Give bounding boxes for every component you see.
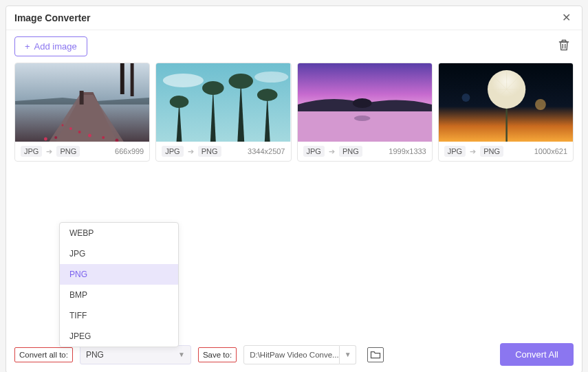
svg-point-25 <box>353 116 370 121</box>
svg-point-27 <box>535 99 546 110</box>
format-option-png[interactable]: PNG <box>60 264 178 285</box>
target-format[interactable]: PNG <box>339 146 362 157</box>
plus-icon: + <box>25 41 30 52</box>
svg-point-28 <box>461 94 470 102</box>
add-image-button[interactable]: + Add image <box>14 36 87 56</box>
format-dropdown-menu: WEBP JPG PNG BMP TIFF JPEG <box>59 222 179 347</box>
convert-all-to-label: Convert all to: <box>14 347 73 362</box>
titlebar: Image Converter ✕ <box>6 6 582 30</box>
svg-point-19 <box>202 81 224 95</box>
image-card[interactable]: JPG ➔ PNG 666x999 <box>14 63 150 162</box>
content-area: WEBP JPG PNG BMP TIFF JPEG <box>6 167 582 339</box>
svg-point-13 <box>44 138 47 141</box>
image-dimensions: 3344x2507 <box>248 147 285 155</box>
arrow-right-icon: ➔ <box>188 147 194 156</box>
image-dimensions: 1999x1333 <box>389 147 426 155</box>
add-image-label: Add image <box>34 41 77 52</box>
chevron-down-icon: ▼ <box>345 351 351 358</box>
svg-point-7 <box>62 124 64 127</box>
format-select-value: PNG <box>86 350 104 360</box>
arrow-right-icon: ➔ <box>329 147 335 156</box>
window-title: Image Converter <box>14 12 90 23</box>
format-option-jpg[interactable]: JPG <box>60 243 178 264</box>
image-card[interactable]: JPG ➔ PNG 1000x621 <box>438 63 574 162</box>
svg-point-17 <box>254 72 288 83</box>
svg-rect-4 <box>80 91 84 105</box>
svg-point-8 <box>69 127 72 130</box>
svg-point-20 <box>229 74 254 89</box>
format-option-bmp[interactable]: BMP <box>60 285 178 305</box>
svg-rect-6 <box>131 63 134 96</box>
save-path-dropdown[interactable]: ▼ <box>340 345 356 364</box>
svg-rect-5 <box>120 63 124 94</box>
image-meta: JPG ➔ PNG 666x999 <box>15 142 149 161</box>
source-format: JPG <box>303 146 325 157</box>
trash-icon[interactable] <box>554 36 574 57</box>
image-thumbnail <box>156 63 290 142</box>
svg-point-18 <box>170 96 189 108</box>
image-meta: JPG ➔ PNG 3344x2507 <box>156 142 290 161</box>
svg-point-10 <box>88 134 91 138</box>
image-card[interactable]: JPG ➔ PNG 1999x1333 <box>297 63 433 162</box>
save-path-value: D:\HitPaw Video Conve... <box>250 351 339 359</box>
svg-point-9 <box>78 131 81 133</box>
image-meta: JPG ➔ PNG 1999x1333 <box>298 142 432 161</box>
image-thumbnail <box>15 63 149 142</box>
target-format[interactable]: PNG <box>198 146 221 157</box>
chevron-down-icon: ▼ <box>178 351 185 358</box>
image-dimensions: 1000x621 <box>534 147 567 155</box>
image-converter-window: Image Converter ✕ + Add image <box>6 6 582 372</box>
svg-point-23 <box>352 98 371 108</box>
toolbar: + Add image <box>6 30 582 63</box>
format-option-jpeg[interactable]: JPEG <box>60 326 178 347</box>
format-option-tiff[interactable]: TIFF <box>60 305 178 326</box>
image-card[interactable]: JPG ➔ PNG 3344x2507 <box>155 63 291 162</box>
save-path-input[interactable]: D:\HitPaw Video Conve... <box>243 345 340 364</box>
image-dimensions: 666x999 <box>115 147 144 155</box>
svg-point-21 <box>257 89 278 101</box>
save-to-label: Save to: <box>198 347 237 362</box>
target-format[interactable]: PNG <box>56 146 80 157</box>
image-thumbnail <box>298 63 432 142</box>
format-option-webp[interactable]: WEBP <box>60 223 178 243</box>
svg-point-12 <box>102 136 105 139</box>
image-meta: JPG ➔ PNG 1000x621 <box>439 142 573 161</box>
svg-point-11 <box>54 136 57 139</box>
source-format: JPG <box>21 146 42 157</box>
arrow-right-icon: ➔ <box>46 147 52 156</box>
svg-point-16 <box>163 74 204 87</box>
arrow-right-icon: ➔ <box>470 147 476 156</box>
close-icon[interactable]: ✕ <box>559 11 574 25</box>
format-select[interactable]: PNG ▼ <box>80 345 191 364</box>
image-thumbnail <box>439 63 573 142</box>
image-gallery: JPG ➔ PNG 666x999 JPG ➔ PNG <box>6 63 582 167</box>
target-format[interactable]: PNG <box>480 146 503 157</box>
browse-folder-button[interactable] <box>367 347 384 362</box>
source-format: JPG <box>162 146 183 157</box>
convert-all-button[interactable]: Convert All <box>500 343 574 366</box>
source-format: JPG <box>444 146 466 157</box>
